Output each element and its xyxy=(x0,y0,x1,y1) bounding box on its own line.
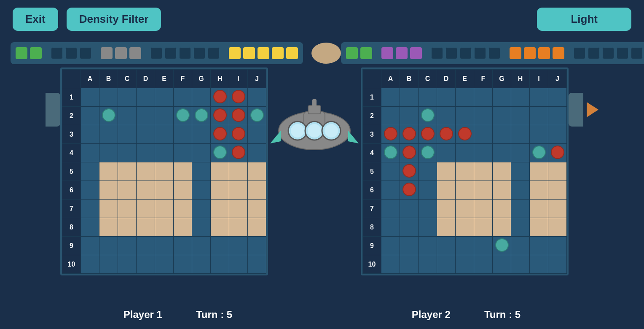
cell-9-A[interactable] xyxy=(381,237,400,255)
cell-7-D[interactable] xyxy=(437,200,456,218)
cell-2-F[interactable] xyxy=(474,107,493,125)
cell-1-J[interactable] xyxy=(548,88,567,107)
cell-3-A[interactable] xyxy=(81,125,99,144)
cell-8-J[interactable] xyxy=(248,218,266,237)
cell-7-J[interactable] xyxy=(548,200,567,218)
cell-10-J[interactable] xyxy=(248,255,266,274)
cell-2-D[interactable] xyxy=(137,107,155,125)
cell-6-H[interactable] xyxy=(211,181,229,200)
cell-5-F[interactable] xyxy=(474,162,493,181)
cell-10-H[interactable] xyxy=(511,255,530,274)
cell-3-D[interactable] xyxy=(437,125,456,144)
cell-4-C[interactable] xyxy=(419,144,437,162)
cell-2-B[interactable] xyxy=(400,107,419,125)
cell-10-F[interactable] xyxy=(474,255,493,274)
cell-5-J[interactable] xyxy=(548,162,567,181)
cell-3-F[interactable] xyxy=(474,125,493,144)
cell-8-G[interactable] xyxy=(493,218,511,237)
cell-5-G[interactable] xyxy=(192,162,211,181)
cell-9-G[interactable] xyxy=(192,237,211,255)
cell-2-G[interactable] xyxy=(493,107,511,125)
cell-5-E[interactable] xyxy=(155,162,174,181)
cell-5-B[interactable] xyxy=(400,162,419,181)
cell-4-E[interactable] xyxy=(155,144,174,162)
cell-5-C[interactable] xyxy=(419,162,437,181)
cell-3-J[interactable] xyxy=(548,125,567,144)
cell-8-E[interactable] xyxy=(456,218,474,237)
cell-2-D[interactable] xyxy=(437,107,456,125)
cell-8-H[interactable] xyxy=(211,218,229,237)
cell-5-G[interactable] xyxy=(493,162,511,181)
cell-10-E[interactable] xyxy=(456,255,474,274)
cell-1-A[interactable] xyxy=(81,88,99,107)
cell-6-I[interactable] xyxy=(229,181,248,200)
cell-2-B[interactable] xyxy=(99,107,118,125)
cell-5-J[interactable] xyxy=(248,162,266,181)
density-filter-button[interactable]: Density Filter xyxy=(67,8,161,31)
cell-3-I[interactable] xyxy=(530,125,548,144)
cell-7-E[interactable] xyxy=(456,200,474,218)
cell-10-G[interactable] xyxy=(192,255,211,274)
cell-7-A[interactable] xyxy=(81,200,99,218)
cell-9-F[interactable] xyxy=(474,237,493,255)
cell-8-C[interactable] xyxy=(419,218,437,237)
cell-10-A[interactable] xyxy=(381,255,400,274)
cell-4-A[interactable] xyxy=(381,144,400,162)
cell-3-H[interactable] xyxy=(211,125,229,144)
cell-1-C[interactable] xyxy=(419,88,437,107)
cell-6-C[interactable] xyxy=(118,181,137,200)
cell-10-E[interactable] xyxy=(155,255,174,274)
cell-10-C[interactable] xyxy=(419,255,437,274)
cell-7-C[interactable] xyxy=(118,200,137,218)
cell-7-G[interactable] xyxy=(192,200,211,218)
cell-6-F[interactable] xyxy=(174,181,192,200)
cell-5-D[interactable] xyxy=(437,162,456,181)
cell-2-J[interactable] xyxy=(248,107,266,125)
cell-7-F[interactable] xyxy=(174,200,192,218)
cell-2-H[interactable] xyxy=(511,107,530,125)
cell-7-C[interactable] xyxy=(419,200,437,218)
cell-1-E[interactable] xyxy=(456,88,474,107)
cell-4-G[interactable] xyxy=(192,144,211,162)
cell-10-A[interactable] xyxy=(81,255,99,274)
cell-10-C[interactable] xyxy=(118,255,137,274)
cell-1-F[interactable] xyxy=(474,88,493,107)
cell-5-D[interactable] xyxy=(137,162,155,181)
cell-4-F[interactable] xyxy=(174,144,192,162)
cell-6-E[interactable] xyxy=(155,181,174,200)
cell-10-I[interactable] xyxy=(229,255,248,274)
cell-8-G[interactable] xyxy=(192,218,211,237)
cell-2-C[interactable] xyxy=(419,107,437,125)
cell-9-D[interactable] xyxy=(437,237,456,255)
cell-7-D[interactable] xyxy=(137,200,155,218)
cell-4-J[interactable] xyxy=(548,144,567,162)
cell-4-F[interactable] xyxy=(474,144,493,162)
cell-5-H[interactable] xyxy=(511,162,530,181)
cell-3-I[interactable] xyxy=(229,125,248,144)
cell-4-D[interactable] xyxy=(437,144,456,162)
cell-1-D[interactable] xyxy=(437,88,456,107)
cell-10-I[interactable] xyxy=(530,255,548,274)
cell-3-A[interactable] xyxy=(381,125,400,144)
cell-2-J[interactable] xyxy=(548,107,567,125)
cell-1-F[interactable] xyxy=(174,88,192,107)
cell-7-G[interactable] xyxy=(493,200,511,218)
cell-9-B[interactable] xyxy=(99,237,118,255)
cell-9-J[interactable] xyxy=(248,237,266,255)
cell-7-B[interactable] xyxy=(99,200,118,218)
cell-1-G[interactable] xyxy=(493,88,511,107)
cell-8-A[interactable] xyxy=(381,218,400,237)
cell-1-D[interactable] xyxy=(137,88,155,107)
cell-6-A[interactable] xyxy=(381,181,400,200)
cell-10-G[interactable] xyxy=(493,255,511,274)
cell-9-H[interactable] xyxy=(211,237,229,255)
cell-6-G[interactable] xyxy=(493,181,511,200)
cell-4-B[interactable] xyxy=(400,144,419,162)
cell-4-I[interactable] xyxy=(229,144,248,162)
light-button[interactable]: Light xyxy=(537,8,631,31)
cell-7-I[interactable] xyxy=(229,200,248,218)
cell-10-D[interactable] xyxy=(437,255,456,274)
cell-7-I[interactable] xyxy=(530,200,548,218)
cell-9-I[interactable] xyxy=(530,237,548,255)
cell-5-C[interactable] xyxy=(118,162,137,181)
